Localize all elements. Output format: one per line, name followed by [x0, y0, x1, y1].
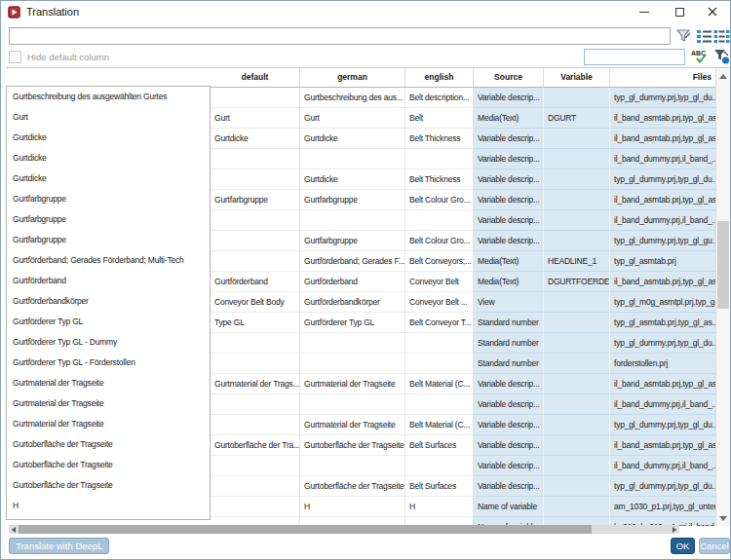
row-header[interactable]: Gurtdicke: [7, 128, 210, 148]
column-header-files[interactable]: Files: [610, 68, 715, 87]
cell-default[interactable]: [211, 169, 300, 190]
row-header[interactable]: Gurtbeschreibung des ausgewählten Gurtes: [7, 87, 210, 107]
cell-german[interactable]: [300, 210, 405, 231]
close-button[interactable]: [699, 1, 726, 22]
cell-english[interactable]: [405, 394, 474, 415]
horizontal-scroll-thumb[interactable]: [19, 525, 592, 534]
minimize-button[interactable]: [631, 1, 658, 22]
cell-german[interactable]: Gurtförderband; Gerades F...: [300, 251, 405, 272]
cell-english[interactable]: [405, 210, 474, 231]
cell-german[interactable]: Gurtmaterial der Tragseite: [300, 415, 405, 435]
cancel-button[interactable]: Cancel: [699, 538, 730, 554]
cell-english[interactable]: Conveyor Belt ...: [405, 292, 474, 313]
cell-english[interactable]: Belt description...: [405, 88, 474, 108]
cell-default[interactable]: Gurt: [211, 108, 300, 129]
ok-button[interactable]: OK: [671, 538, 695, 554]
cell-default[interactable]: [211, 476, 300, 497]
cell-english[interactable]: Belt Colour Gro...: [405, 231, 474, 251]
scroll-down-button[interactable]: [716, 510, 730, 526]
row-header[interactable]: Gurtmaterial der Tragseite: [7, 393, 210, 414]
search-input[interactable]: [584, 49, 685, 65]
cell-default[interactable]: Type GL: [211, 313, 300, 333]
cell-german[interactable]: Gurtfarbgruppe: [300, 231, 405, 251]
cell-default[interactable]: Gurtdicke: [211, 129, 300, 149]
cell-default[interactable]: [211, 149, 300, 169]
cell-german[interactable]: H: [300, 497, 405, 517]
cell-english[interactable]: Belt Thickness: [405, 169, 474, 190]
row-header[interactable]: Gurtfarbgruppe: [7, 230, 210, 250]
cell-default[interactable]: [211, 251, 300, 272]
cell-english[interactable]: Belt Surfaces: [405, 435, 474, 456]
cell-english[interactable]: Belt Material (C...: [405, 374, 474, 394]
cell-english[interactable]: H: [405, 497, 474, 517]
cell-german[interactable]: Gurtförderer Typ GL: [300, 313, 405, 333]
row-header[interactable]: Gurtfarbgruppe: [7, 209, 210, 230]
cell-default[interactable]: [211, 497, 300, 517]
row-header[interactable]: Gurtoberfläche der Tragseite: [7, 475, 210, 496]
list-view-icon[interactable]: [696, 28, 712, 44]
cell-english[interactable]: [405, 354, 474, 374]
column-header-default[interactable]: default: [211, 68, 300, 87]
cell-german[interactable]: Gurtoberfläche der Tragseite: [300, 435, 405, 456]
cell-german[interactable]: [300, 333, 405, 354]
cell-german[interactable]: [300, 456, 405, 476]
cell-english[interactable]: Belt Colour Gro...: [405, 190, 474, 210]
cell-german[interactable]: Gurtförderband: [300, 272, 405, 292]
cell-english[interactable]: Belt Conveyors;...: [405, 251, 474, 272]
cell-default[interactable]: [211, 333, 300, 354]
cell-default[interactable]: Gurtförderband: [211, 272, 300, 292]
cell-german[interactable]: Gurt: [300, 108, 405, 129]
cell-german[interactable]: Gurtfarbgruppe: [300, 190, 405, 210]
row-header[interactable]: Gurtförderband; Gerades Förderband; Mult…: [7, 250, 210, 271]
cell-german[interactable]: Gurtdicke: [300, 169, 405, 190]
cell-default[interactable]: [211, 210, 300, 231]
column-header-english[interactable]: english: [405, 68, 474, 87]
vertical-scrollbar[interactable]: [715, 68, 730, 526]
cell-english[interactable]: Belt Thickness: [405, 129, 474, 149]
row-header[interactable]: H: [7, 496, 210, 516]
row-header[interactable]: Gurtförderer Typ GL - Dummy: [7, 332, 210, 353]
cell-german[interactable]: Gurtförderbandkörper: [300, 292, 405, 313]
cell-german[interactable]: [300, 149, 405, 169]
cell-english[interactable]: Belt Conveyor T...: [405, 313, 474, 333]
row-header[interactable]: [7, 516, 210, 520]
row-header[interactable]: Gurtoberfläche der Tragseite: [7, 455, 210, 475]
cell-default[interactable]: [211, 354, 300, 374]
column-header-german[interactable]: german: [300, 68, 405, 87]
cell-german[interactable]: Gurtoberfläche der Tragseite: [300, 476, 405, 497]
translate-deepl-button[interactable]: Translate with DeepL: [9, 538, 109, 554]
cell-english[interactable]: [405, 456, 474, 476]
cell-english[interactable]: Belt: [405, 108, 474, 129]
cell-english[interactable]: Belt Surfaces: [405, 476, 474, 497]
scroll-up-button[interactable]: [716, 68, 730, 84]
cell-english[interactable]: [405, 149, 474, 169]
cell-default[interactable]: [211, 394, 300, 415]
row-header[interactable]: Gurtmaterial der Tragseite: [7, 373, 210, 393]
scroll-left-button[interactable]: [9, 525, 19, 534]
row-header[interactable]: Gurtförderband: [7, 271, 210, 291]
cell-english[interactable]: Conveyor Belt: [405, 272, 474, 292]
cell-default[interactable]: Gurtoberfläche der Tra...: [211, 435, 300, 456]
row-header[interactable]: Gurtförderbandkörper: [7, 291, 210, 312]
list-columns-icon[interactable]: [713, 28, 730, 44]
row-header[interactable]: Gurtfarbgruppe: [7, 189, 210, 209]
spellcheck-icon[interactable]: ABC: [691, 49, 708, 64]
cell-default[interactable]: [211, 231, 300, 251]
cell-english[interactable]: Belt Material (C...: [405, 415, 474, 435]
clear-filter-icon[interactable]: [713, 49, 730, 64]
cell-default[interactable]: Gurtmaterial der Trags...: [211, 374, 300, 394]
cell-default[interactable]: Gurtfarbgruppe: [211, 190, 300, 210]
cell-german[interactable]: [300, 354, 405, 374]
maximize-button[interactable]: [666, 1, 693, 22]
row-header[interactable]: Gurtdicke: [7, 148, 210, 168]
row-header[interactable]: Gurtoberfläche der Tragseite: [7, 434, 210, 455]
cell-default[interactable]: Conveyor Belt Body: [211, 292, 300, 313]
column-header-variable[interactable]: Variable: [544, 68, 610, 87]
cell-default[interactable]: [211, 415, 300, 435]
row-header[interactable]: Gurtdicke: [7, 168, 210, 189]
row-header[interactable]: Gurtförderer Typ GL - Förderstollen: [7, 353, 210, 373]
cell-english[interactable]: [405, 333, 474, 354]
cell-german[interactable]: [300, 394, 405, 415]
row-header[interactable]: Gurtmaterial der Tragseite: [7, 414, 210, 434]
row-header[interactable]: Gurtförderer Typ GL: [7, 312, 210, 332]
